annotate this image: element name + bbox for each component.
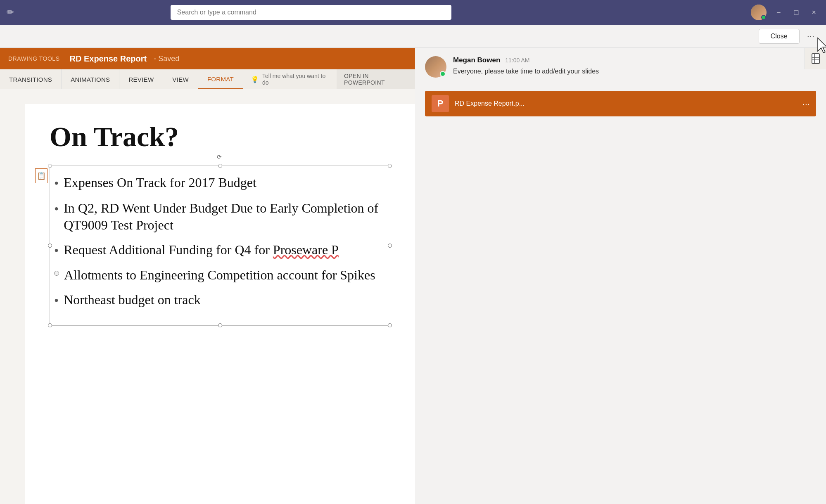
svg-rect-0: [812, 54, 819, 64]
title-bar-controls: − □ ×: [751, 5, 819, 20]
file-attachment-name: RD Expense Report.p...: [455, 100, 797, 107]
edit-icon[interactable]: ✏: [7, 7, 14, 18]
tab-animations[interactable]: ANIMATIONS: [62, 69, 119, 89]
handle-tr: [388, 164, 392, 168]
sidebar-bookmark-icon[interactable]: [805, 48, 826, 69]
handle-tl: [48, 164, 52, 168]
bullet-text-2: In Q2, RD Went Under Budget Due to Early…: [64, 200, 382, 234]
paste-icon[interactable]: 📋: [35, 168, 47, 183]
file-attachment[interactable]: P RD Expense Report.p... ···: [425, 91, 816, 116]
slide-bullet-4: Allotments to Engineering Competition ac…: [54, 267, 382, 284]
bullet-text-4: Allotments to Engineering Competition ac…: [64, 267, 375, 284]
title-dash: -: [152, 54, 158, 63]
handle-tm: [218, 164, 222, 168]
bookmark-svg: [811, 53, 820, 64]
handle-mr: [388, 244, 392, 248]
bullet-dot-3: •: [54, 242, 59, 260]
bullet-dot-5: •: [54, 292, 59, 310]
slide-title: On Track?: [50, 121, 390, 153]
bullet-text-5: Northeast budget on track: [64, 291, 200, 309]
bullet-circle-4: [54, 271, 59, 276]
avatar[interactable]: [751, 5, 767, 20]
tell-me-label: Tell me what you want to do: [262, 73, 329, 86]
title-bar: ✏ − □ ×: [0, 0, 826, 25]
tab-transitions[interactable]: TRANSITIONS: [0, 69, 62, 89]
teams-panel: Megan Bowen 11:00 AM Everyone, please ta…: [415, 48, 826, 504]
handle-ml: [48, 244, 52, 248]
file-more-options[interactable]: ···: [802, 99, 809, 109]
drawing-tools-label: DRAWING TOOLS: [8, 55, 59, 62]
chat-body: Megan Bowen 11:00 AM Everyone, please ta…: [453, 56, 816, 76]
slide-area: On Track? ⟳ 📋 • Expenses On Track for 20…: [0, 88, 415, 504]
maximize-button[interactable]: □: [791, 7, 802, 19]
slide-textbox[interactable]: ⟳ 📋 • Expenses On Track for 2017 Budget …: [50, 166, 390, 326]
bullet-text-1: Expenses On Track for 2017 Budget: [64, 174, 256, 192]
tab-review[interactable]: REVIEW: [119, 69, 163, 89]
lightbulb-icon: 💡: [251, 76, 259, 83]
handle-bm: [218, 323, 222, 327]
ppt-title-bar: DRAWING TOOLS RD Expense Report - Saved: [0, 48, 415, 69]
handle-bl: [48, 323, 52, 327]
handle-br: [388, 323, 392, 327]
chat-message: Megan Bowen 11:00 AM Everyone, please ta…: [415, 48, 826, 86]
slide-bullet-3: • Request Additional Funding for Q4 for …: [54, 241, 382, 260]
chat-header: Megan Bowen 11:00 AM: [453, 56, 816, 64]
bullet-dot-1: •: [54, 175, 59, 192]
window-close-button[interactable]: ×: [808, 7, 819, 19]
slide-bullet-5: • Northeast budget on track: [54, 291, 382, 310]
bullet-dot-2: •: [54, 201, 59, 218]
avatar-status-indicator: [761, 15, 766, 20]
slide-content: On Track? ⟳ 📋 • Expenses On Track for 20…: [25, 104, 415, 504]
slide-bullet-1: • Expenses On Track for 2017 Budget: [54, 174, 382, 192]
ribbon-area: DRAWING TOOLS RD Expense Report - Saved …: [0, 48, 415, 89]
search-bar[interactable]: [171, 5, 451, 20]
bullet-text-3: Request Additional Funding for Q4 for Pr…: [64, 241, 339, 259]
rotate-handle[interactable]: ⟳: [217, 154, 223, 160]
tab-format[interactable]: FORMAT: [198, 69, 243, 89]
search-input[interactable]: [177, 9, 445, 16]
more-options-button[interactable]: ···: [804, 29, 818, 43]
tab-bar: Close ···: [0, 25, 826, 48]
chat-timestamp: 11:00 AM: [505, 57, 529, 64]
open-in-powerpoint-button[interactable]: OPEN IN POWERPOINT: [337, 69, 415, 89]
close-button[interactable]: Close: [759, 29, 800, 44]
chat-avatar-status: [440, 71, 446, 77]
chat-message-text: Everyone, please take time to add/edit y…: [453, 67, 816, 76]
tell-me-bar[interactable]: 💡 Tell me what you want to do: [243, 69, 337, 89]
ribbon-tabs: TRANSITIONS ANIMATIONS REVIEW VIEW FORMA…: [0, 69, 415, 89]
tab-bar-actions: Close ···: [759, 29, 818, 44]
chat-sender-name: Megan Bowen: [453, 56, 500, 64]
ppt-saved-label: Saved: [158, 54, 179, 63]
tab-view[interactable]: VIEW: [163, 69, 198, 89]
slide-bullet-2: • In Q2, RD Went Under Budget Due to Ear…: [54, 200, 382, 234]
chat-avatar: [425, 56, 446, 78]
ppt-file-title: RD Expense Report: [69, 54, 147, 64]
underline-proseware: Proseware P: [273, 242, 339, 257]
minimize-button[interactable]: −: [773, 7, 784, 19]
file-powerpoint-icon: P: [432, 95, 449, 112]
